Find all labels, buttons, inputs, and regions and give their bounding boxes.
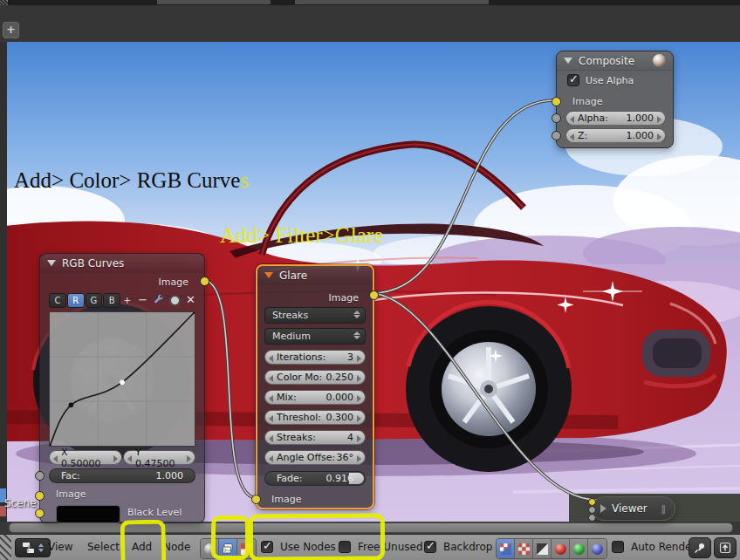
alpha-checker-icon <box>518 543 530 555</box>
node-editor-background-left <box>0 42 7 522</box>
z-depth-icon <box>537 543 548 555</box>
blue-ball-icon <box>592 543 603 555</box>
channel-g-button[interactable]: G <box>86 293 103 308</box>
node-editor-icon <box>22 542 36 554</box>
annotation-glare: Add> Filter>Glare <box>220 223 383 248</box>
collapse-triangle-icon[interactable] <box>264 272 273 278</box>
curve-widget[interactable] <box>49 311 195 447</box>
delete-curve-icon[interactable]: ✕ <box>186 294 195 306</box>
alpha-slider[interactable]: Alpha: 1.000 <box>565 111 666 126</box>
menu-view[interactable]: View <box>48 541 72 553</box>
auto-render-toggle[interactable]: Auto Render <box>612 541 695 553</box>
clipping-options-icon[interactable] <box>169 295 181 306</box>
black-level-label: Black Level <box>127 507 182 518</box>
collapse-triangle-icon[interactable] <box>47 260 56 266</box>
red-channel-button[interactable] <box>552 539 570 558</box>
image-input-socket[interactable] <box>552 97 561 106</box>
remove-point-icon[interactable]: − <box>138 294 147 306</box>
image-input-label: Image <box>56 488 86 500</box>
use-alpha-checkbox[interactable] <box>567 74 579 86</box>
rgb-curves-header[interactable]: RGB Curves <box>40 254 204 273</box>
glare-header[interactable]: Glare <box>257 266 373 285</box>
toolshelf-expand-button[interactable]: + <box>3 22 19 38</box>
editor-type-chevrons-icon <box>38 543 44 552</box>
editor-type-button[interactable] <box>15 538 51 557</box>
render-sphere-icon <box>653 54 666 67</box>
mix-slider[interactable]: Mix: 0.000 <box>264 390 366 405</box>
annotation-rgb-curves: Add> Color> RGB Curves <box>14 168 249 193</box>
fac-slider[interactable]: Fac: 1.000 <box>49 468 195 483</box>
viewer-alpha-socket[interactable] <box>588 506 596 514</box>
fade-slider[interactable]: Fade: 0.916 <box>264 471 366 486</box>
green-channel-button[interactable] <box>570 539 588 558</box>
iterations-slider[interactable]: Iterations: 3 <box>264 350 366 365</box>
red-ball-icon <box>555 543 566 555</box>
z-slider[interactable]: Z: 1.000 <box>565 128 666 143</box>
composite-header[interactable]: Composite <box>557 51 673 71</box>
image-alpha-icon <box>500 543 511 555</box>
viewer-image-socket[interactable] <box>588 498 596 506</box>
z-channel-button[interactable] <box>533 539 552 558</box>
channel-b-button[interactable]: B <box>103 293 120 308</box>
node-title: Composite <box>579 55 634 67</box>
add-point-icon[interactable]: ＋ <box>121 294 133 306</box>
glare-quality-dropdown[interactable]: Medium <box>264 328 366 345</box>
point-y-field[interactable]: Y 0.47500 <box>123 450 195 465</box>
z-input-socket[interactable] <box>552 131 561 140</box>
expand-triangle-icon[interactable] <box>600 504 606 513</box>
top-strip-segment <box>295 0 489 4</box>
area-corner-widget[interactable] <box>0 535 11 560</box>
image-output-label: Image <box>329 292 359 304</box>
fac-input-socket[interactable] <box>35 471 45 481</box>
image-output-socket[interactable] <box>200 277 209 286</box>
resize-grip-icon[interactable]: ‖ <box>661 503 668 515</box>
angle-offset-slider[interactable]: Angle Offse: 36° <box>264 450 366 465</box>
blender-node-editor: + <box>0 0 740 560</box>
black-level-input-socket[interactable] <box>35 509 45 518</box>
node-title: Viewer <box>612 502 648 515</box>
node-rgb-curves[interactable]: RGB Curves Image C R G B ＋ − ✕ <box>39 253 205 523</box>
channel-r-button[interactable]: R <box>67 293 85 308</box>
use-alpha-toggle[interactable]: Use Alpha <box>567 74 634 86</box>
channel-buttons: C R G B ＋ − ✕ <box>49 292 195 308</box>
node-glare[interactable]: Glare Image Streaks Medium Iterations: 3… <box>256 264 374 509</box>
node-composite[interactable]: Composite Use Alpha Image Alpha: 1.000 Z… <box>556 51 674 148</box>
menu-select[interactable]: Select <box>87 541 120 553</box>
node-title: Glare <box>279 270 307 282</box>
image-input-socket[interactable] <box>251 495 261 504</box>
auto-render-checkbox[interactable] <box>612 541 624 553</box>
black-level-swatch[interactable] <box>56 505 120 523</box>
backdrop-checkbox[interactable] <box>424 541 436 553</box>
streaks-slider[interactable]: Streaks: 4 <box>264 430 366 445</box>
color-alpha-channel-button[interactable] <box>497 539 515 558</box>
up-arrow-icon <box>719 542 731 554</box>
threshold-slider[interactable]: Threshol: 0.300 <box>264 410 366 425</box>
channel-c-button[interactable]: C <box>49 293 66 308</box>
go-back-button[interactable] <box>714 537 737 558</box>
pin-icon <box>694 542 706 554</box>
highlight-box-use-nodes <box>249 513 385 560</box>
node-editor-background[interactable] <box>0 5 740 42</box>
viewer-z-socket[interactable] <box>588 514 596 522</box>
node-viewer[interactable]: Viewer ‖ <box>592 496 675 521</box>
menu-node[interactable]: Node <box>163 541 190 553</box>
point-x-field[interactable]: X 0.50000 <box>49 450 122 465</box>
image-input-label: Image <box>572 96 602 107</box>
highlight-box-add-menu <box>120 520 167 560</box>
backdrop-toggle[interactable]: Backdrop <box>424 541 492 553</box>
alpha-input-socket[interactable] <box>552 113 561 123</box>
alpha-channel-button[interactable] <box>515 539 533 558</box>
glare-type-dropdown[interactable]: Streaks <box>264 307 366 324</box>
green-ball-icon <box>573 543 585 555</box>
image-input-label: Image <box>271 494 301 505</box>
node-title: RGB Curves <box>62 257 124 270</box>
color-modulation-slider[interactable]: Color Mo: 0.250 <box>264 370 366 385</box>
top-strip-segment <box>157 0 271 4</box>
wrench-icon[interactable] <box>153 293 164 307</box>
blue-channel-button[interactable] <box>588 539 606 558</box>
node-tree-name: Scene <box>4 497 37 509</box>
collapse-triangle-icon[interactable] <box>564 58 572 64</box>
image-output-socket[interactable] <box>369 290 379 300</box>
highlight-box-compositing-icon <box>211 516 250 560</box>
pin-button[interactable] <box>689 537 711 558</box>
